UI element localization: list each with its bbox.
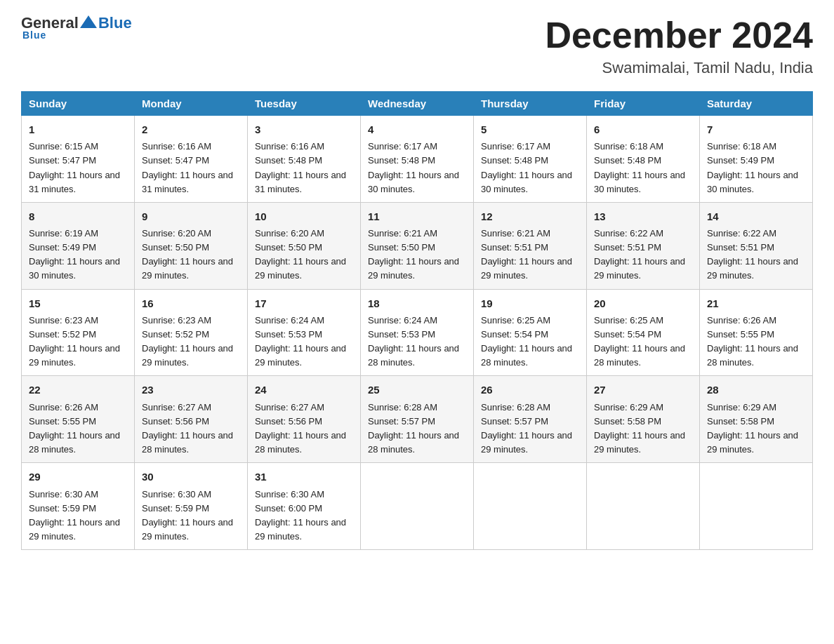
day-number: 31 <box>255 469 353 485</box>
day-number: 18 <box>368 295 466 311</box>
calendar-table: SundayMondayTuesdayWednesdayThursdayFrid… <box>21 91 813 550</box>
day-info: Sunrise: 6:20 AMSunset: 5:50 PMDaylight:… <box>255 227 353 283</box>
day-number: 3 <box>255 121 353 137</box>
title-block: December 2024 Swamimalai, Tamil Nadu, In… <box>545 14 813 77</box>
calendar-week-row: 22Sunrise: 6:26 AMSunset: 5:55 PMDayligh… <box>22 376 813 463</box>
day-info: Sunrise: 6:25 AMSunset: 5:54 PMDaylight:… <box>481 314 579 370</box>
day-info: Sunrise: 6:30 AMSunset: 6:00 PMDaylight:… <box>255 488 353 544</box>
calendar-cell: 4Sunrise: 6:17 AMSunset: 5:48 PMDaylight… <box>361 116 474 203</box>
weekday-header-thursday: Thursday <box>474 92 587 116</box>
calendar-cell: 13Sunrise: 6:22 AMSunset: 5:51 PMDayligh… <box>587 202 700 289</box>
page-header: General Blue Blue December 2024 Swamimal… <box>21 14 813 77</box>
calendar-cell <box>474 463 587 550</box>
weekday-header-sunday: Sunday <box>22 92 135 116</box>
day-number: 16 <box>142 295 240 311</box>
day-info: Sunrise: 6:24 AMSunset: 5:53 PMDaylight:… <box>368 314 466 370</box>
calendar-cell: 23Sunrise: 6:27 AMSunset: 5:56 PMDayligh… <box>135 376 248 463</box>
day-number: 30 <box>142 469 240 485</box>
day-info: Sunrise: 6:17 AMSunset: 5:48 PMDaylight:… <box>368 140 466 196</box>
calendar-cell: 20Sunrise: 6:25 AMSunset: 5:54 PMDayligh… <box>587 289 700 376</box>
logo-triangle-icon <box>80 15 97 28</box>
calendar-cell: 9Sunrise: 6:20 AMSunset: 5:50 PMDaylight… <box>135 202 248 289</box>
calendar-cell: 11Sunrise: 6:21 AMSunset: 5:50 PMDayligh… <box>361 202 474 289</box>
calendar-cell: 19Sunrise: 6:25 AMSunset: 5:54 PMDayligh… <box>474 289 587 376</box>
day-number: 27 <box>594 382 692 398</box>
day-info: Sunrise: 6:24 AMSunset: 5:53 PMDaylight:… <box>255 314 353 370</box>
day-info: Sunrise: 6:27 AMSunset: 5:56 PMDaylight:… <box>142 401 240 457</box>
day-info: Sunrise: 6:22 AMSunset: 5:51 PMDaylight:… <box>594 227 692 283</box>
logo-underline: Blue <box>22 29 46 41</box>
day-info: Sunrise: 6:21 AMSunset: 5:50 PMDaylight:… <box>368 227 466 283</box>
day-number: 1 <box>29 121 127 137</box>
day-number: 4 <box>368 121 466 137</box>
day-number: 29 <box>29 469 127 485</box>
calendar-cell: 10Sunrise: 6:20 AMSunset: 5:50 PMDayligh… <box>248 202 361 289</box>
day-info: Sunrise: 6:28 AMSunset: 5:57 PMDaylight:… <box>368 401 466 457</box>
day-info: Sunrise: 6:22 AMSunset: 5:51 PMDaylight:… <box>707 227 805 283</box>
month-title: December 2024 <box>545 14 813 56</box>
calendar-cell: 31Sunrise: 6:30 AMSunset: 6:00 PMDayligh… <box>248 463 361 550</box>
calendar-cell: 22Sunrise: 6:26 AMSunset: 5:55 PMDayligh… <box>22 376 135 463</box>
day-number: 21 <box>707 295 805 311</box>
calendar-week-row: 15Sunrise: 6:23 AMSunset: 5:52 PMDayligh… <box>22 289 813 376</box>
calendar-cell: 18Sunrise: 6:24 AMSunset: 5:53 PMDayligh… <box>361 289 474 376</box>
calendar-cell: 1Sunrise: 6:15 AMSunset: 5:47 PMDaylight… <box>22 116 135 203</box>
calendar-cell: 25Sunrise: 6:28 AMSunset: 5:57 PMDayligh… <box>361 376 474 463</box>
day-number: 22 <box>29 382 127 398</box>
day-info: Sunrise: 6:23 AMSunset: 5:52 PMDaylight:… <box>29 314 127 370</box>
calendar-cell: 16Sunrise: 6:23 AMSunset: 5:52 PMDayligh… <box>135 289 248 376</box>
day-info: Sunrise: 6:29 AMSunset: 5:58 PMDaylight:… <box>594 401 692 457</box>
day-info: Sunrise: 6:23 AMSunset: 5:52 PMDaylight:… <box>142 314 240 370</box>
day-info: Sunrise: 6:16 AMSunset: 5:47 PMDaylight:… <box>142 140 240 196</box>
day-number: 13 <box>594 208 692 224</box>
day-number: 23 <box>142 382 240 398</box>
calendar-cell: 26Sunrise: 6:28 AMSunset: 5:57 PMDayligh… <box>474 376 587 463</box>
day-number: 8 <box>29 208 127 224</box>
day-info: Sunrise: 6:19 AMSunset: 5:49 PMDaylight:… <box>29 227 127 283</box>
day-number: 28 <box>707 382 805 398</box>
day-info: Sunrise: 6:15 AMSunset: 5:47 PMDaylight:… <box>29 140 127 196</box>
weekday-header-monday: Monday <box>135 92 248 116</box>
calendar-week-row: 1Sunrise: 6:15 AMSunset: 5:47 PMDaylight… <box>22 116 813 203</box>
day-number: 17 <box>255 295 353 311</box>
day-info: Sunrise: 6:18 AMSunset: 5:48 PMDaylight:… <box>594 140 692 196</box>
calendar-cell: 17Sunrise: 6:24 AMSunset: 5:53 PMDayligh… <box>248 289 361 376</box>
day-number: 15 <box>29 295 127 311</box>
day-number: 6 <box>594 121 692 137</box>
calendar-cell: 14Sunrise: 6:22 AMSunset: 5:51 PMDayligh… <box>700 202 813 289</box>
calendar-cell <box>361 463 474 550</box>
calendar-cell: 12Sunrise: 6:21 AMSunset: 5:51 PMDayligh… <box>474 202 587 289</box>
logo: General Blue Blue <box>21 14 132 41</box>
calendar-cell: 15Sunrise: 6:23 AMSunset: 5:52 PMDayligh… <box>22 289 135 376</box>
calendar-cell: 30Sunrise: 6:30 AMSunset: 5:59 PMDayligh… <box>135 463 248 550</box>
calendar-cell: 24Sunrise: 6:27 AMSunset: 5:56 PMDayligh… <box>248 376 361 463</box>
day-info: Sunrise: 6:18 AMSunset: 5:49 PMDaylight:… <box>707 140 805 196</box>
weekday-header-friday: Friday <box>587 92 700 116</box>
day-info: Sunrise: 6:20 AMSunset: 5:50 PMDaylight:… <box>142 227 240 283</box>
calendar-cell: 6Sunrise: 6:18 AMSunset: 5:48 PMDaylight… <box>587 116 700 203</box>
day-number: 10 <box>255 208 353 224</box>
day-info: Sunrise: 6:17 AMSunset: 5:48 PMDaylight:… <box>481 140 579 196</box>
weekday-header-row: SundayMondayTuesdayWednesdayThursdayFrid… <box>22 92 813 116</box>
day-number: 20 <box>594 295 692 311</box>
day-number: 12 <box>481 208 579 224</box>
calendar-cell: 28Sunrise: 6:29 AMSunset: 5:58 PMDayligh… <box>700 376 813 463</box>
weekday-header-tuesday: Tuesday <box>248 92 361 116</box>
calendar-cell: 21Sunrise: 6:26 AMSunset: 5:55 PMDayligh… <box>700 289 813 376</box>
day-number: 26 <box>481 382 579 398</box>
day-number: 9 <box>142 208 240 224</box>
day-number: 24 <box>255 382 353 398</box>
day-info: Sunrise: 6:25 AMSunset: 5:54 PMDaylight:… <box>594 314 692 370</box>
day-info: Sunrise: 6:26 AMSunset: 5:55 PMDaylight:… <box>29 401 127 457</box>
calendar-cell: 2Sunrise: 6:16 AMSunset: 5:47 PMDaylight… <box>135 116 248 203</box>
calendar-week-row: 29Sunrise: 6:30 AMSunset: 5:59 PMDayligh… <box>22 463 813 550</box>
day-info: Sunrise: 6:21 AMSunset: 5:51 PMDaylight:… <box>481 227 579 283</box>
day-info: Sunrise: 6:29 AMSunset: 5:58 PMDaylight:… <box>707 401 805 457</box>
day-info: Sunrise: 6:28 AMSunset: 5:57 PMDaylight:… <box>481 401 579 457</box>
logo-blue-text: Blue <box>98 14 132 32</box>
day-info: Sunrise: 6:30 AMSunset: 5:59 PMDaylight:… <box>142 488 240 544</box>
weekday-header-saturday: Saturday <box>700 92 813 116</box>
calendar-cell: 5Sunrise: 6:17 AMSunset: 5:48 PMDaylight… <box>474 116 587 203</box>
day-number: 7 <box>707 121 805 137</box>
day-info: Sunrise: 6:16 AMSunset: 5:48 PMDaylight:… <box>255 140 353 196</box>
